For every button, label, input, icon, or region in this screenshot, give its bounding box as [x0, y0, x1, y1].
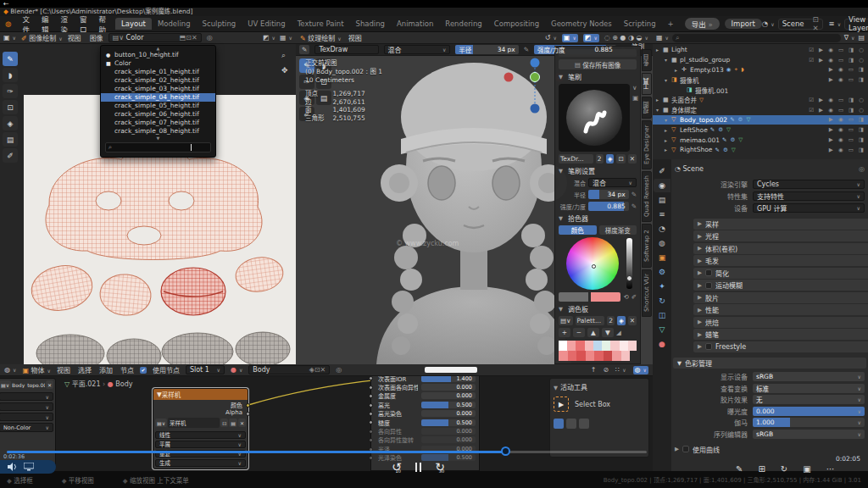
copy-icon[interactable]: ⊡	[220, 419, 228, 427]
palette-move-up-button[interactable]: ▲	[587, 328, 599, 337]
value-slider-handle[interactable]	[626, 275, 632, 281]
menu-item[interactable]: 编辑	[36, 14, 55, 34]
panel-section-header[interactable]: ▶ 采样 ≡	[693, 219, 868, 230]
image-browse-icon[interactable]: ▤∨	[0, 380, 11, 389]
sample-icon[interactable]: ✐	[632, 293, 637, 301]
use-curves-row[interactable]: ▶ 使用曲线	[675, 444, 865, 454]
texture-search[interactable]: ⌕	[105, 142, 211, 152]
field-control[interactable]: 标准∨	[753, 384, 865, 393]
copy-icon[interactable]: ⊡	[616, 154, 625, 164]
use-nodes-checkbox[interactable]: ✔使用节点	[140, 365, 180, 374]
panel-section-header[interactable]: ▶ 光程 ≡	[693, 230, 868, 241]
outliner-row[interactable]: ▾ ▦ pl_studio_group ☑ ▶ ◉ ▭ ◨ ○	[653, 55, 868, 65]
expand-icon[interactable]: ▸	[656, 47, 663, 53]
texture-list-item[interactable]: ■Color	[101, 59, 215, 68]
save-all-images-button[interactable]: ▤ 保存所有图像	[559, 59, 637, 69]
palette-color[interactable]	[594, 351, 604, 361]
add-workspace-tab[interactable]: +	[662, 18, 680, 30]
color-picker-section-header[interactable]: ▼拾色器	[559, 214, 637, 223]
sidebar-tab[interactable]: 条目	[642, 49, 652, 71]
workspace-tab[interactable]: Rendering	[439, 18, 487, 30]
bsdf-input-row[interactable]: 各向异性旋转 0.000	[371, 435, 479, 444]
field-dropdown[interactable]: GPU 计算∨	[753, 203, 865, 213]
snap-icon[interactable]: ▣∨	[562, 34, 578, 42]
brush-datablock[interactable]: TexDr...	[559, 154, 593, 164]
filter-icon[interactable]: ∇∨	[844, 34, 855, 42]
palette-color[interactable]	[568, 351, 577, 361]
sidebar-tab[interactable]: Shortcut VUr	[642, 269, 652, 317]
input-socket[interactable]	[369, 403, 373, 408]
palette-color[interactable]	[604, 351, 613, 361]
secondary-color-swatch[interactable]	[559, 292, 588, 302]
node-dropdown[interactable]: ∨	[0, 392, 53, 401]
palette-color[interactable]	[567, 341, 576, 351]
tool-button[interactable]: ✑	[3, 84, 18, 98]
outliner-row[interactable]: ▸ ▦ 头面合并 ▽ ☑ ▶ ◉ ▭ ◨ ○	[653, 95, 868, 105]
palette-datablock[interactable]: Palett...	[576, 316, 605, 325]
palette-color[interactable]	[610, 341, 619, 351]
visibility-toggles[interactable]: ▶ ◉ ▭ ◨	[829, 126, 865, 133]
note-icon[interactable]: ✎	[736, 464, 743, 474]
image-datablock-selector[interactable]: ▤∨ Color⬒⊡✕	[108, 33, 202, 42]
image-mode-dropdown[interactable]: ✐ 图像绘制∨	[21, 33, 63, 42]
visibility-toggles[interactable]: ▶ ◉ ▭ ◨	[829, 147, 865, 153]
outliner-row[interactable]: ▾ ◨ 摄像机 ▶ ◉ ▭ ◨	[653, 75, 868, 85]
input-socket[interactable]	[369, 385, 373, 390]
forward-30-button[interactable]: ↻30	[435, 461, 445, 473]
material-selector[interactable]: Body◈⊡✕	[248, 365, 330, 374]
unlink-icon[interactable]: ✕	[46, 380, 53, 389]
node-dropdown[interactable]: 平展∨	[155, 441, 246, 449]
visibility-toggles[interactable]: ☑ ▶ ◉ ▭ ◨ ○	[809, 57, 865, 64]
menu-item[interactable]: 帮助	[92, 14, 112, 34]
principled-bsdf-node[interactable]: 次表面颜色 次表面IOR 1.400 次表面各向异性 0.000	[370, 364, 480, 471]
color-wheel[interactable]	[566, 237, 619, 290]
section-checkbox[interactable]	[705, 269, 712, 276]
select-mode-subtract-icon[interactable]	[579, 419, 589, 429]
sidebar-tab[interactable]: Eye Designer	[642, 120, 652, 169]
alpha-output-socket[interactable]	[246, 412, 250, 416]
workspace-tab[interactable]: Geometry Nodes	[545, 18, 618, 30]
fake-user-icon[interactable]: ◈	[617, 316, 626, 325]
visibility-toggles[interactable]: ▶ ◉ ▭ ◨	[829, 136, 865, 143]
palette-color[interactable]	[593, 341, 602, 351]
sidebar-tab[interactable]: 视图	[642, 97, 652, 119]
node-dropdown[interactable]: 生成∨	[155, 459, 246, 468]
expand-icon[interactable]: ▸	[665, 127, 671, 133]
input-socket[interactable]	[369, 420, 373, 424]
image-name-field[interactable]: 采样机	[168, 418, 220, 428]
pause-button[interactable]	[415, 463, 422, 472]
image-browse-icon[interactable]: ▤∨	[155, 419, 167, 427]
strength-slider[interactable]: 强度/力度0.885	[534, 45, 616, 54]
field-control[interactable]: 无∨	[753, 395, 865, 404]
expand-icon[interactable]: ▾	[665, 117, 671, 123]
palette-color[interactable]	[620, 341, 628, 351]
primary-color-swatch[interactable]	[591, 292, 620, 302]
radius-pressure-icon[interactable]: ✎	[524, 46, 529, 53]
fullscreen-icon[interactable]: ▣	[803, 464, 810, 474]
loop-icon[interactable]: ↻	[781, 464, 787, 474]
panel-section-header[interactable]: ▶ 胶片 ≡	[693, 292, 868, 303]
expand-icon[interactable]: ▸	[665, 147, 671, 152]
field-control[interactable]: 1.000∨	[753, 418, 865, 427]
open-icon[interactable]: ▤	[229, 419, 237, 427]
section-checkbox[interactable]	[705, 282, 712, 289]
color-wheel-cursor[interactable]	[592, 264, 596, 269]
menu-item[interactable]: 选择	[78, 365, 92, 374]
value-slider[interactable]	[626, 238, 632, 289]
pin-icon[interactable]: ◎	[207, 34, 213, 42]
workspace-tab[interactable]: Shading	[349, 18, 391, 30]
palette-users-count[interactable]: 2	[607, 316, 615, 325]
palette-browse-icon[interactable]: ▤∨	[559, 316, 573, 325]
outliner-row[interactable]: ▸ ▦ Light ☑ ▶ ◉ ▭ ◨ ○	[653, 45, 868, 55]
palette-add-button[interactable]: +	[559, 328, 570, 337]
new-collection-icon[interactable]: ▤	[858, 34, 865, 42]
outliner-row[interactable]: ▸ ✛ Empty.013 ◉ ⌖ ◗ ▶ ◉ ▭ ◨	[653, 65, 868, 75]
tool-button[interactable]: ✐	[3, 148, 18, 163]
parent-node-icon[interactable]: ↑	[591, 366, 597, 374]
palette-color[interactable]	[628, 341, 637, 351]
brush-settings-section-header[interactable]: ▼笔刷设置	[559, 166, 637, 175]
expand-icon[interactable]: ▾	[665, 77, 671, 83]
slot-dropdown[interactable]: Slot 1∨	[186, 365, 225, 374]
outliner-search[interactable]: ⌕	[672, 34, 841, 42]
field-control[interactable]: sRGB∨	[753, 372, 865, 381]
